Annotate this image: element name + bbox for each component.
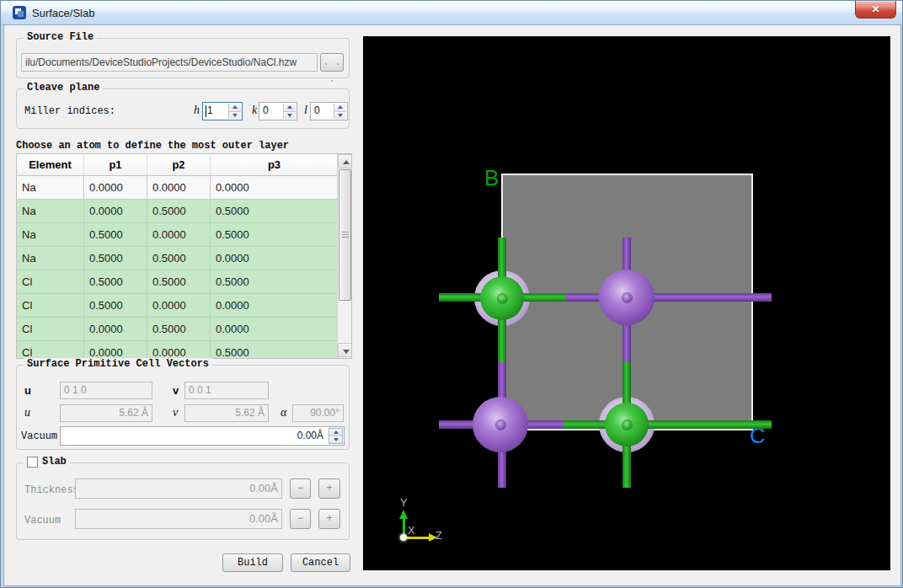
- table-row[interactable]: Na0.50000.50000.0000: [17, 247, 351, 270]
- table-cell-p2[interactable]: 0.0000: [147, 176, 211, 200]
- dialog-title: Surface/Slab: [32, 7, 94, 19]
- structure-viewport[interactable]: B C Y Z X: [363, 36, 890, 570]
- thickness-label: Thickness: [24, 484, 79, 496]
- table-cell-p2[interactable]: 0.5000: [147, 318, 211, 341]
- table-cell-element[interactable]: Na: [17, 247, 84, 270]
- h-spinner[interactable]: 1: [202, 102, 243, 120]
- spin-up-icon[interactable]: [338, 105, 343, 109]
- h-spin-buttons[interactable]: [228, 104, 241, 119]
- dialog-body: Source File ilu/Documents/DeviceStudioPr…: [4, 25, 900, 585]
- table-cell-p1[interactable]: 0.5000: [84, 247, 147, 270]
- table-cell-element[interactable]: Na: [17, 200, 84, 223]
- axis-b-label: B: [484, 165, 499, 191]
- table-cell-p1[interactable]: 0.0000: [84, 176, 147, 200]
- y-axis-label: Y: [400, 496, 408, 509]
- atom-Na[interactable]: [473, 397, 528, 452]
- build-button[interactable]: Build: [222, 553, 283, 572]
- table-cell-element[interactable]: Na: [17, 176, 84, 200]
- app-icon: [13, 6, 26, 19]
- table-cell-p3[interactable]: 0.5000: [211, 200, 339, 223]
- v-vector-field: 0 0 1: [184, 382, 269, 399]
- table-row[interactable]: Cl0.50000.50000.5000: [17, 270, 351, 294]
- atom-Cl[interactable]: [480, 276, 524, 320]
- title-bar[interactable]: Surface/Slab ✕: [1, 1, 903, 25]
- thickness-minus-button[interactable]: −: [290, 478, 311, 499]
- u-length-field: 5.62 Å: [60, 404, 152, 422]
- table-cell-p1[interactable]: 0.0000: [84, 200, 147, 223]
- table-cell-p3[interactable]: 0.0000: [211, 294, 339, 318]
- col-header-p3[interactable]: p3: [211, 154, 339, 175]
- table-cell-p1[interactable]: 0.0000: [84, 341, 147, 359]
- table-cell-p3[interactable]: 0.5000: [211, 270, 339, 294]
- table-row[interactable]: Cl0.50000.00000.0000: [17, 294, 351, 318]
- spin-up-icon[interactable]: [287, 105, 292, 109]
- slab-checkbox-label: Slab: [42, 456, 67, 468]
- atom-Cl[interactable]: [605, 403, 649, 446]
- close-button[interactable]: ✕: [855, 1, 896, 19]
- table-cell-element[interactable]: Cl: [17, 341, 84, 359]
- u-length-label: u: [24, 406, 30, 420]
- table-cell-p1[interactable]: 0.5000: [84, 294, 147, 318]
- scroll-up-button[interactable]: [338, 154, 352, 168]
- slab-checkbox[interactable]: [27, 457, 38, 468]
- cancel-button[interactable]: Cancel: [291, 553, 350, 572]
- atom-Na[interactable]: [599, 270, 655, 325]
- browse-button[interactable]: . . .: [320, 53, 344, 72]
- table-row[interactable]: Na0.50000.00000.5000: [17, 223, 351, 247]
- table-cell-p2[interactable]: 0.0000: [147, 294, 211, 318]
- table-cell-p1[interactable]: 0.5000: [84, 270, 147, 294]
- spin-up-icon[interactable]: [232, 105, 238, 109]
- source-file-path-field[interactable]: ilu/Documents/DeviceStudioProjects/Devic…: [21, 53, 318, 72]
- table-cell-p2[interactable]: 0.0000: [147, 341, 211, 359]
- l-spin-buttons[interactable]: [334, 104, 346, 119]
- z-axis-label: Z: [435, 529, 442, 542]
- table-scrollbar[interactable]: [337, 154, 351, 358]
- table-row[interactable]: Cl0.00000.00000.5000: [17, 341, 351, 359]
- thickness-plus-button[interactable]: +: [318, 478, 340, 499]
- table-cell-p3[interactable]: 0.5000: [211, 223, 339, 247]
- k-spinner[interactable]: 0: [259, 102, 297, 120]
- col-header-p2[interactable]: p2: [147, 154, 211, 175]
- v-vector-label: v: [173, 384, 179, 397]
- vacuum-field[interactable]: 0.00Å: [60, 426, 345, 446]
- l-spinner[interactable]: 0: [310, 102, 348, 120]
- col-header-element[interactable]: Element: [17, 154, 84, 175]
- k-spin-buttons[interactable]: [283, 104, 296, 119]
- vacuum-spin-buttons[interactable]: [329, 428, 343, 444]
- spin-up-icon[interactable]: [334, 430, 339, 434]
- table-row[interactable]: Na0.00000.50000.5000: [17, 200, 351, 223]
- scrollbar-thumb[interactable]: [339, 169, 351, 301]
- miller-indices-label: Miller indices:: [24, 105, 115, 117]
- spin-down-icon[interactable]: [287, 114, 292, 117]
- table-cell-element[interactable]: Cl: [17, 270, 84, 294]
- table-cell-p2[interactable]: 0.0000: [147, 223, 211, 247]
- spin-down-icon[interactable]: [338, 114, 343, 117]
- scroll-down-button[interactable]: [338, 343, 352, 357]
- scrollbar-grip: [342, 232, 349, 238]
- slab-vacuum-plus-button[interactable]: +: [318, 509, 340, 529]
- table-cell-p1[interactable]: 0.0000: [84, 318, 147, 341]
- l-label: l: [304, 104, 307, 117]
- table-row[interactable]: Na0.00000.00000.0000: [17, 176, 351, 200]
- spin-down-icon[interactable]: [334, 438, 339, 441]
- table-cell-p2[interactable]: 0.5000: [147, 270, 211, 294]
- table-cell-element[interactable]: Cl: [17, 294, 84, 318]
- col-header-p1[interactable]: p1: [84, 154, 147, 175]
- k-value: 0: [263, 104, 269, 116]
- table-cell-p1[interactable]: 0.5000: [84, 223, 147, 247]
- table-cell-element[interactable]: Cl: [17, 318, 84, 341]
- slab-vacuum-minus-button[interactable]: −: [290, 509, 311, 529]
- atom-table[interactable]: Element p1 p2 p3 Na0.00000.00000.0000Na0…: [16, 153, 352, 359]
- table-cell-p3[interactable]: 0.0000: [211, 318, 339, 341]
- alpha-label: α: [281, 406, 286, 420]
- cleave-plane-group-title: Cleave plane: [24, 82, 103, 94]
- table-cell-p2[interactable]: 0.5000: [147, 247, 211, 270]
- table-row[interactable]: Cl0.00000.50000.0000: [17, 318, 351, 341]
- table-cell-p3[interactable]: 0.0000: [211, 176, 339, 200]
- table-cell-p2[interactable]: 0.5000: [147, 200, 211, 223]
- table-cell-p3[interactable]: 0.0000: [211, 247, 339, 270]
- source-file-group-title: Source File: [24, 31, 97, 43]
- table-cell-p3[interactable]: 0.5000: [211, 341, 339, 359]
- spin-down-icon[interactable]: [232, 114, 238, 117]
- table-cell-element[interactable]: Na: [17, 223, 84, 247]
